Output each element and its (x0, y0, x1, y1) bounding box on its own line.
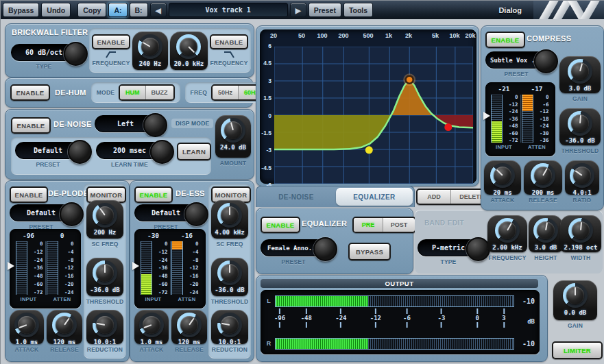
buzz-option[interactable]: BUZZ (146, 86, 173, 99)
tab-equalizer[interactable]: EQUALIZER (336, 188, 413, 206)
band-type-knob[interactable] (466, 237, 490, 261)
compress-release-knob[interactable] (531, 163, 555, 188)
dehum-enable-button[interactable]: ENABLE (10, 84, 50, 101)
scale-tick-label: -24 (535, 123, 549, 128)
equalizer-bypass-button[interactable]: BYPASS (348, 243, 391, 260)
deplode-threshold-slider[interactable] (8, 262, 19, 270)
deplode-attack-module: 1.0 ms ATTACK (10, 310, 44, 353)
compress-input-scale: 0-12-24-36-48-60-72 (503, 95, 520, 143)
compress-gain-module: 3.0 dB GAIN (559, 56, 601, 102)
compress-attack-label: ATTACK (491, 197, 515, 204)
compress-gain-knob[interactable] (568, 59, 592, 84)
master-gain-module: 0.0 dB GAIN (553, 280, 597, 329)
deess-reduction-label: REDUCTION (212, 346, 247, 353)
learn-button[interactable]: LEARN (177, 143, 211, 160)
deess-reduction-knob[interactable] (217, 313, 242, 337)
denoise-preset-label: PRESET (15, 161, 81, 168)
post-option[interactable]: POST (383, 218, 415, 232)
band-edit-section: BAND EDIT P-metric TYPE 2.00 kHz FREQUEN… (415, 210, 603, 274)
equalizer-title: EQUALIZER (302, 219, 347, 228)
freq-tick-label: 50 (298, 32, 305, 39)
copy-button[interactable]: Copy (77, 3, 106, 17)
undo-button[interactable]: Undo (41, 3, 71, 17)
compress-preset-knob[interactable] (534, 49, 558, 73)
dehum-mode-label: MODE (97, 89, 114, 96)
lp-enable-button[interactable]: ENABLE (210, 34, 248, 49)
band-height-knob[interactable] (533, 218, 558, 243)
band-width-knob[interactable] (568, 218, 593, 243)
add-band-button[interactable]: ADD (418, 190, 451, 204)
deess-release-knob[interactable] (177, 313, 202, 337)
hp-enable-button[interactable]: ENABLE (92, 34, 130, 49)
band-height-module: 3.0 dB HEIGHT (529, 215, 563, 261)
freq-tick-label: 200 (338, 32, 348, 39)
deplode-release-knob[interactable] (52, 313, 77, 337)
deess-threshold-slider[interactable] (132, 262, 143, 270)
eq-curve-plot[interactable] (274, 47, 473, 184)
tools-button[interactable]: Tools (343, 3, 373, 17)
denoise-enable-button[interactable]: ENABLE (11, 117, 51, 134)
lp-frequency-knob[interactable] (176, 34, 201, 59)
freq-50hz-option[interactable]: 50Hz (213, 86, 239, 99)
bypass-button[interactable]: Bypass (3, 3, 39, 17)
equalizer-enable-button[interactable]: ENABLE (261, 217, 300, 233)
learn-time-knob[interactable] (150, 140, 174, 164)
band-frequency-knob[interactable] (495, 218, 520, 243)
preset-menu-button[interactable]: Preset (309, 3, 341, 17)
pre-option[interactable]: PRE (354, 218, 383, 232)
equalizer-preset-knob[interactable] (313, 237, 337, 261)
freq-tick-label: 5k (432, 32, 439, 39)
output-right-bar (275, 338, 514, 350)
deess-attack-knob[interactable] (139, 313, 164, 337)
freq-tick-label: 1k (385, 32, 392, 39)
deplode-threshold-knob[interactable] (93, 260, 117, 285)
scale-tick-label: -8 (60, 258, 74, 263)
prev-preset-icon[interactable]: ◀ (150, 3, 167, 17)
deess-threshold-label: THRESHOLD (211, 298, 249, 305)
compress-meter-bars: 0-12-24-36-48-60-72 0-6-12-18-24-30-36 (487, 95, 553, 143)
compress-attack-knob[interactable] (490, 163, 515, 188)
deplode-enable-button[interactable]: ENABLE (10, 186, 48, 203)
deess-enable-button[interactable]: ENABLE (134, 186, 173, 203)
setup-a-button[interactable]: A: (108, 3, 127, 17)
master-gain-knob[interactable] (563, 283, 588, 308)
compress-release-label: RELEASE (529, 197, 557, 204)
filter-type-knob[interactable] (64, 42, 88, 66)
output-left-bar (275, 295, 514, 307)
deplode-reduction-label: REDUCTION (87, 346, 123, 353)
compress-enable-button[interactable]: ENABLE (485, 32, 525, 48)
disp-mode-knob[interactable] (143, 113, 167, 137)
deplode-preset-knob[interactable] (60, 202, 84, 226)
deplode-reduction-knob[interactable] (93, 313, 117, 337)
output-meter: L -10 -96 -48 -24 -12 -6 -3 0 3 dB R -10 (261, 290, 540, 354)
hp-frequency-knob[interactable] (138, 34, 162, 59)
hum-option[interactable]: HUM (120, 86, 146, 99)
deess-input-scale: 0-12-24-36-48-60-72 (152, 241, 169, 295)
deess-release-module: 120 ms RELEASE (171, 310, 207, 353)
next-preset-icon[interactable]: ▶ (290, 3, 306, 17)
tab-denoise[interactable]: DE-NOISE (258, 188, 335, 206)
compress-atten-bar (522, 95, 533, 143)
compress-ratio-knob[interactable] (570, 163, 594, 188)
deess-title: DE-ESS (176, 189, 205, 197)
deess-scfreq-knob[interactable] (217, 203, 242, 228)
setup-b-button[interactable]: B: (130, 3, 148, 17)
right-channel-label: R (265, 340, 272, 347)
amount-knob[interactable] (221, 118, 245, 143)
lp-enable-group: ENABLE FREQUENCY (210, 34, 248, 66)
deess-preset-knob[interactable] (184, 202, 208, 226)
compress-ratio-value: 4.0:1 (572, 189, 591, 196)
compress-threshold-knob[interactable] (568, 111, 592, 136)
deess-threshold-knob[interactable] (217, 260, 242, 285)
denoise-preset-knob[interactable] (68, 140, 92, 164)
preset-display[interactable]: Vox track 1 (169, 3, 288, 17)
eq-graph[interactable]: 20 50 100 200 500 1k 2k 5k 10k 20k 64.53… (260, 29, 476, 184)
deplode-scfreq-knob[interactable] (93, 203, 117, 228)
scale-tick-label: -16 (185, 274, 199, 278)
limiter-button[interactable]: LIMITER (552, 341, 603, 359)
deplode-attack-knob[interactable] (14, 313, 39, 337)
deess-threshold-value: -36.0 dB (215, 287, 244, 293)
scale-tick-label: -48 (154, 274, 168, 278)
equalizer-controls-section: ENABLE EQUALIZER PRE POST Female Anno...… (256, 208, 413, 274)
compress-threshold-slider[interactable] (483, 112, 494, 120)
